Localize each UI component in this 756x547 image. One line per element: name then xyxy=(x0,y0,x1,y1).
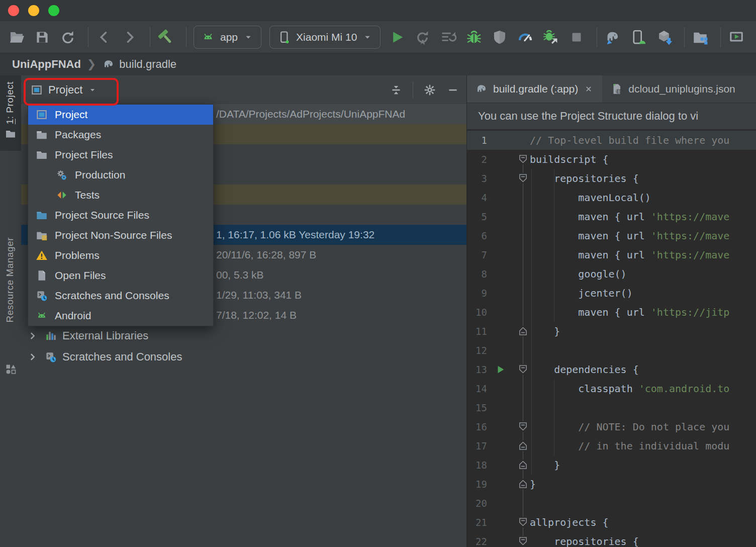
collapse-all-icon[interactable] xyxy=(390,83,403,97)
project-folder-icon[interactable] xyxy=(5,128,17,140)
code-line-4[interactable]: 4 mavenLocal() xyxy=(467,188,756,207)
code-line-8[interactable]: 8 google() xyxy=(467,264,756,284)
fold-start-icon[interactable] xyxy=(518,364,528,375)
tree-item-scratches-consoles[interactable]: Scratches and Consoles xyxy=(26,346,182,368)
fold-end-icon[interactable] xyxy=(518,326,528,336)
stripe-resource-manager-label[interactable]: Resource Manager xyxy=(5,237,16,323)
editor-tab-build-gradle-app-[interactable]: build.gradle (:app) xyxy=(467,75,602,103)
debug-button[interactable] xyxy=(465,29,483,46)
code-line-21[interactable]: 21allprojects { xyxy=(467,513,756,532)
chevright-icon[interactable] xyxy=(26,350,39,363)
code-line-14[interactable]: 14 classpath 'com.android.to xyxy=(467,379,756,398)
gears-icon xyxy=(55,168,68,181)
tree-item-external-libraries[interactable]: External Libraries xyxy=(26,325,148,346)
line-number: 22 xyxy=(467,532,487,547)
code-line-16[interactable]: 16 // NOTE: Do not place you xyxy=(467,417,756,436)
line-number: 20 xyxy=(467,494,487,513)
device-selector[interactable]: Xiaomi Mi 10 xyxy=(269,26,381,49)
breadcrumb-file[interactable]: build.gradle xyxy=(119,58,176,71)
dropdown-item-project[interactable]: Project xyxy=(28,105,213,125)
fold-end-icon[interactable] xyxy=(518,479,528,489)
stop-button[interactable] xyxy=(568,29,585,46)
tree-row-text: /DATA/Projects/AdProjects/UniAppFNAd xyxy=(216,108,405,120)
sync-button[interactable] xyxy=(59,29,76,46)
project-structure-button[interactable] xyxy=(692,29,709,46)
code-line-1[interactable]: 1// Top-level build file where you xyxy=(467,131,756,150)
forward-button[interactable] xyxy=(121,29,138,46)
folder-lines-icon xyxy=(35,229,48,242)
build-button[interactable] xyxy=(157,29,174,46)
code-line-20[interactable]: 20 xyxy=(467,494,756,513)
device-manager-button[interactable] xyxy=(630,29,647,46)
code-line-3[interactable]: 3 repositories { xyxy=(467,169,756,188)
dropdown-item-packages[interactable]: Packages xyxy=(28,125,213,145)
code-line-22[interactable]: 22 repositories { xyxy=(467,532,756,547)
code-line-12[interactable]: 12 xyxy=(467,341,756,360)
code-line-11[interactable]: 11 } xyxy=(467,322,756,341)
dropdown-item-open-files[interactable]: Open Files xyxy=(28,265,213,286)
gear-icon[interactable] xyxy=(423,83,436,97)
code-editor[interactable]: 1// Top-level build file where you2build… xyxy=(467,130,756,547)
code-line-2[interactable]: 2buildscript { xyxy=(467,150,756,169)
android-studio-window: { "colors": { "selection_blue": "#2a63c5… xyxy=(0,0,756,547)
code-line-19[interactable]: 19} xyxy=(467,475,756,494)
fold-end-icon[interactable] xyxy=(518,460,528,470)
profiler-button[interactable] xyxy=(517,29,534,46)
run-gutter-icon[interactable] xyxy=(495,364,506,375)
apply-changes-restart-button[interactable] xyxy=(414,29,431,46)
indent-guide xyxy=(554,379,554,455)
fold-start-icon[interactable] xyxy=(518,517,528,527)
code-line-13[interactable]: 13 dependencies { xyxy=(467,360,756,379)
attach-debugger-button[interactable] xyxy=(542,29,559,46)
stripe-project-label[interactable]: 1: Project xyxy=(5,81,16,124)
fold-start-icon[interactable] xyxy=(518,536,528,546)
gradle-sync-button[interactable] xyxy=(604,29,621,46)
hide-panel-icon[interactable] xyxy=(446,83,459,97)
sdk-manager-button[interactable] xyxy=(655,29,673,46)
fold-start-icon[interactable] xyxy=(518,154,528,164)
apply-code-changes-button[interactable] xyxy=(440,29,457,46)
code-line-7[interactable]: 7 maven { url 'https://mave xyxy=(467,245,756,264)
resource-manager-icon[interactable] xyxy=(5,363,17,375)
code-line-17[interactable]: 17 // in the individual modu xyxy=(467,436,756,455)
dropdown-item-android[interactable]: Android xyxy=(28,306,213,326)
breadcrumb-separator: ❯ xyxy=(87,58,96,71)
minimize-button[interactable] xyxy=(28,5,39,16)
fold-start-icon[interactable] xyxy=(518,173,528,184)
tree-row-text: 20/11/6, 16:28, 897 B xyxy=(216,249,316,261)
run-button[interactable] xyxy=(389,29,406,46)
code-line-9[interactable]: 9 jcenter() xyxy=(467,284,756,303)
code-line-15[interactable]: 15 xyxy=(467,398,756,417)
dropdown-item-project-files[interactable]: Project Files xyxy=(28,145,213,165)
open-button[interactable] xyxy=(8,29,25,46)
ext-lib-icon xyxy=(44,329,57,342)
line-number: 1 xyxy=(467,131,487,150)
project-view-selector[interactable]: Project xyxy=(30,83,98,97)
dropdown-item-project-source-files[interactable]: Project Source Files xyxy=(28,205,213,225)
breadcrumb-project[interactable]: UniAppFNAd xyxy=(12,58,81,71)
chevright-icon[interactable] xyxy=(26,329,39,342)
dropdown-item-problems[interactable]: Problems xyxy=(28,245,213,265)
fold-end-icon[interactable] xyxy=(518,440,528,451)
dropdown-item-production[interactable]: Production xyxy=(28,165,213,185)
running-devices-button[interactable] xyxy=(728,29,745,46)
code-line-5[interactable]: 5 maven { url 'https://mave xyxy=(467,207,756,226)
profile-low-overhead-button[interactable] xyxy=(491,29,508,46)
dropdown-item-project-non-source-files[interactable]: Project Non-Source Files xyxy=(28,225,213,245)
fold-start-icon[interactable] xyxy=(518,421,528,432)
dropdown-item-tests[interactable]: Tests xyxy=(28,185,213,205)
code-text: mavenLocal() xyxy=(530,188,651,207)
back-button[interactable] xyxy=(96,29,113,46)
code-line-6[interactable]: 6 maven { url 'https://mave xyxy=(467,226,756,245)
code-line-10[interactable]: 10 maven { url 'https://jitp xyxy=(467,303,756,322)
close-button[interactable] xyxy=(8,5,19,16)
code-text: // Top-level build file where you xyxy=(530,131,729,150)
zoom-button[interactable] xyxy=(48,5,59,16)
dropdown-item-label: Project Source Files xyxy=(55,209,149,221)
editor-tab-dcloud-uniplugins-json[interactable]: {}dcloud_uniplugins.json xyxy=(602,75,743,103)
code-line-18[interactable]: 18 } xyxy=(467,455,756,475)
dropdown-item-scratches-and-consoles[interactable]: Scratches and Consoles xyxy=(28,286,213,306)
run-config-selector[interactable]: app xyxy=(194,26,261,49)
close-tab-icon[interactable] xyxy=(583,83,594,95)
save-all-button[interactable] xyxy=(34,29,51,46)
